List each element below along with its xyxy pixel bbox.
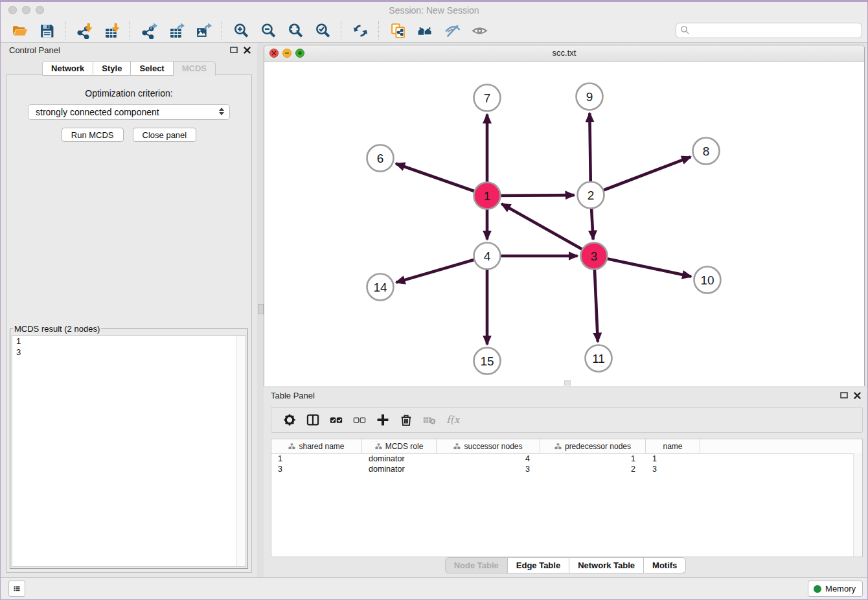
graph-node-10[interactable]: 10 [694, 267, 721, 294]
right-area: scc.txt 1234678910111415 Table Panel f(x… [264, 43, 867, 578]
table-cell: 4 [437, 454, 540, 463]
edge-1-6[interactable] [396, 163, 487, 196]
result-scrollbar[interactable] [236, 336, 246, 566]
graph-node-15[interactable]: 15 [474, 348, 501, 375]
table-row[interactable]: 1dominator411 [271, 454, 862, 464]
split-columns-button[interactable] [301, 410, 325, 430]
table-tab-motifs[interactable]: Motifs [644, 557, 686, 573]
add-icon [376, 413, 390, 427]
mcds-result-title: MCDS result (2 nodes) [13, 324, 101, 334]
graph-node-9[interactable]: 9 [577, 84, 603, 110]
edge-4-14[interactable] [396, 256, 487, 283]
table-tab-edge-table[interactable]: Edge Table [508, 557, 569, 573]
table-tab-network-table[interactable]: Network Table [569, 557, 644, 573]
close-table-panel-icon[interactable] [854, 392, 861, 399]
zoom-fit-button[interactable] [284, 21, 306, 40]
close-panel-button[interactable]: Close panel [133, 128, 197, 142]
zoom-selected-button[interactable] [312, 21, 334, 40]
optimization-criterion-dropdown[interactable]: strongly connected component [28, 104, 230, 120]
tab-select[interactable]: Select [131, 61, 173, 76]
table-panel-title: Table Panel [271, 391, 315, 400]
deselect-all-checks-button[interactable] [348, 410, 371, 430]
table-cell: dominator [362, 454, 437, 463]
graph-node-2[interactable]: 2 [578, 182, 604, 209]
function-button[interactable]: f(x) [441, 410, 464, 430]
delete-icon [399, 413, 413, 427]
table-scrollbar[interactable] [853, 453, 862, 557]
network-view-window: scc.txt 1234678910111415 [264, 45, 865, 386]
edge-3-1[interactable] [501, 204, 594, 256]
export-image-button[interactable] [192, 21, 214, 40]
delete-button[interactable] [394, 410, 418, 430]
graph-node-1[interactable]: 1 [474, 183, 501, 209]
first-neighbors-icon [417, 23, 433, 39]
save-session-button[interactable] [36, 21, 58, 40]
task-history-button[interactable] [8, 581, 25, 597]
open-session-button[interactable] [8, 21, 30, 40]
graph-node-4[interactable]: 4 [474, 243, 501, 270]
table-cell: 1 [540, 454, 646, 463]
export-table-button[interactable] [165, 21, 187, 40]
canvas-splitter-handle[interactable] [564, 380, 571, 386]
tab-network[interactable]: Network [42, 61, 93, 76]
graph-node-3[interactable]: 3 [581, 243, 608, 270]
close-panel-icon[interactable] [244, 47, 251, 54]
settings-icon [282, 413, 297, 427]
zoom-in-button[interactable] [230, 21, 252, 40]
control-panel-tabs: NetworkStyleSelectMCDS [1, 61, 257, 76]
network-graph[interactable]: 1234678910111415 [264, 62, 864, 386]
edge-3-10[interactable] [594, 256, 691, 277]
float-table-panel-icon[interactable] [840, 391, 848, 399]
tab-mcds[interactable]: MCDS [174, 61, 216, 76]
splitter-handle[interactable] [258, 304, 264, 314]
graph-node-7[interactable]: 7 [474, 85, 501, 111]
run-mcds-button[interactable]: Run MCDS [62, 128, 124, 142]
zoom-out-button[interactable] [257, 21, 279, 40]
clone-network-button[interactable] [387, 21, 409, 40]
import-table-button[interactable] [100, 21, 122, 40]
graph-node-6[interactable]: 6 [367, 145, 394, 172]
graph-node-8[interactable]: 8 [693, 138, 720, 165]
memory-button[interactable]: Memory [808, 581, 863, 597]
mcds-result-box[interactable]: 13 [12, 335, 246, 567]
table-cell: dominator [362, 465, 437, 474]
first-neighbors-button[interactable] [414, 21, 436, 40]
list-icon [13, 583, 21, 594]
toolbar-buttons [6, 21, 493, 40]
settings-button[interactable] [278, 410, 301, 430]
edge-2-8[interactable] [591, 157, 691, 195]
tab-style[interactable]: Style [93, 61, 131, 76]
node-label: 7 [484, 91, 491, 105]
column-header-successor-nodes[interactable]: successor nodes [437, 439, 540, 453]
table-row[interactable]: 3dominator323 [271, 464, 862, 474]
mcds-result-group: MCDS result (2 nodes) 13 [10, 324, 248, 569]
select-all-checks-button[interactable] [325, 410, 348, 430]
column-header-name[interactable]: name [646, 439, 700, 453]
refresh-button[interactable] [349, 21, 371, 40]
table-tab-node-table[interactable]: Node Table [445, 557, 508, 573]
graph-node-14[interactable]: 14 [367, 274, 394, 301]
search-input[interactable] [676, 23, 862, 38]
panel-splitter[interactable] [257, 43, 264, 578]
export-network-button[interactable] [138, 21, 160, 40]
open-session-icon [12, 23, 28, 39]
hide-selected-icon [444, 23, 461, 39]
column-header-shared-name[interactable]: shared name [271, 439, 362, 453]
float-panel-icon[interactable] [230, 46, 238, 54]
import-network-button[interactable] [73, 21, 95, 40]
toolbar-separator [65, 21, 66, 40]
column-header-MCDS-role[interactable]: MCDS role [362, 439, 437, 453]
column-header-predecessor-nodes[interactable]: predecessor nodes [540, 439, 646, 453]
deselect-all-checks-icon [352, 413, 367, 427]
svg-text:f(x): f(x) [446, 414, 460, 426]
network-canvas[interactable]: 1234678910111415 [264, 62, 864, 386]
hide-selected-button[interactable] [441, 21, 463, 40]
node-label: 14 [373, 281, 387, 294]
add-button[interactable] [371, 410, 394, 430]
graph-node-11[interactable]: 11 [586, 345, 612, 372]
memory-status-icon [814, 585, 821, 593]
node-label: 3 [591, 249, 598, 263]
delete-table-button[interactable] [418, 410, 441, 430]
show-all-button[interactable] [468, 21, 490, 40]
clone-network-icon [390, 23, 406, 39]
